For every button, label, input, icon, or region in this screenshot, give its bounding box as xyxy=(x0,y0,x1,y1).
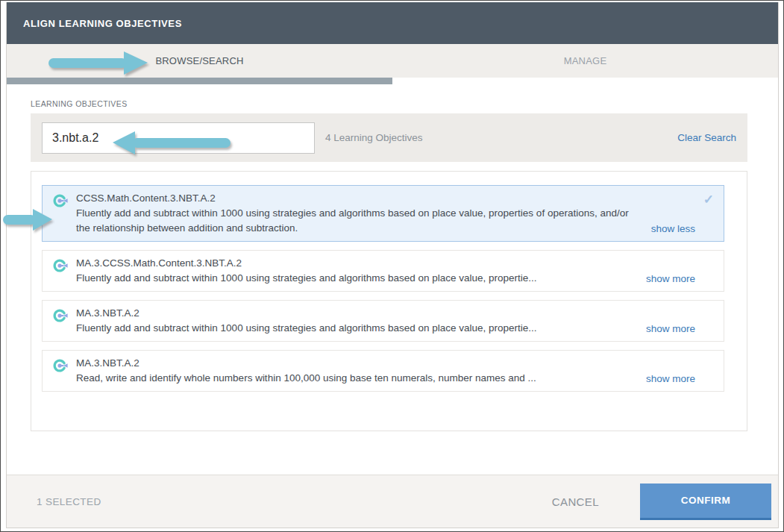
objective-code: CCSS.Math.Content.3.NBT.A.2 xyxy=(76,191,644,206)
cancel-button[interactable]: CANCEL xyxy=(552,495,599,508)
annotation-arrow-search-icon xyxy=(113,131,231,154)
objective-description: Read, write and identify whole numbers w… xyxy=(76,371,639,386)
objective-code: MA.3.NBT.A.2 xyxy=(76,356,639,371)
learning-objective-icon xyxy=(52,358,69,375)
objective-list-item[interactable]: MA.3.CCSS.Math.Content.3.NBT.A.2 Fluentl… xyxy=(42,250,724,292)
selected-check-icon: ✓ xyxy=(703,192,714,207)
annotation-arrow-item-icon xyxy=(3,209,52,231)
show-less-link[interactable]: show less xyxy=(651,223,695,234)
objective-code: MA.3.NBT.A.2 xyxy=(76,306,639,321)
dialog-title: ALIGN LEARNING OBJECTIVES xyxy=(23,18,182,29)
show-more-link[interactable]: show more xyxy=(646,273,695,284)
selected-count: 1 SELECTED xyxy=(37,496,101,507)
learning-objectives-label: LEARNING OBJECTIVES xyxy=(31,99,778,108)
dialog-footer: 1 SELECTED CANCEL CONFIRM xyxy=(7,475,778,528)
show-more-link[interactable]: show more xyxy=(646,373,695,384)
objective-description: Fluently add and subtract within 1000 us… xyxy=(76,206,644,236)
objective-description: Fluently add and subtract within 1000 us… xyxy=(76,271,639,286)
learning-objective-icon xyxy=(52,193,69,210)
objective-description: Fluently add and subtract within 1000 us… xyxy=(76,321,639,336)
objective-code: MA.3.CCSS.Math.Content.3.NBT.A.2 xyxy=(76,256,639,271)
objective-list-item[interactable]: MA.3.NBT.A.2 Read, write and identify wh… xyxy=(42,350,724,392)
show-more-link[interactable]: show more xyxy=(646,323,695,334)
tab-manage[interactable]: MANAGE xyxy=(392,44,778,78)
annotation-arrow-tab-icon xyxy=(48,51,148,75)
learning-objective-icon xyxy=(52,258,69,275)
objective-text: MA.3.NBT.A.2 Fluently add and subtract w… xyxy=(76,306,639,336)
objective-text: MA.3.CCSS.Math.Content.3.NBT.A.2 Fluentl… xyxy=(76,256,639,286)
learning-objective-icon xyxy=(52,308,69,325)
objective-text: MA.3.NBT.A.2 Read, write and identify wh… xyxy=(76,356,639,386)
clear-search-link[interactable]: Clear Search xyxy=(677,132,736,143)
objective-list-item[interactable]: MA.3.NBT.A.2 Fluently add and subtract w… xyxy=(42,300,724,342)
confirm-button[interactable]: CONFIRM xyxy=(640,484,771,520)
objectives-list: CCSS.Math.Content.3.NBT.A.2 Fluently add… xyxy=(31,171,747,431)
objective-text: CCSS.Math.Content.3.NBT.A.2 Fluently add… xyxy=(76,191,644,236)
active-tab-indicator xyxy=(7,78,392,84)
align-learning-objectives-dialog: ALIGN LEARNING OBJECTIVES BROWSE/SEARCH … xyxy=(6,2,779,528)
page: ALIGN LEARNING OBJECTIVES BROWSE/SEARCH … xyxy=(0,0,784,532)
objective-list-item[interactable]: CCSS.Math.Content.3.NBT.A.2 Fluently add… xyxy=(42,185,724,242)
results-count: 4 Learning Objectives xyxy=(325,132,423,143)
dialog-header: ALIGN LEARNING OBJECTIVES xyxy=(7,2,778,44)
